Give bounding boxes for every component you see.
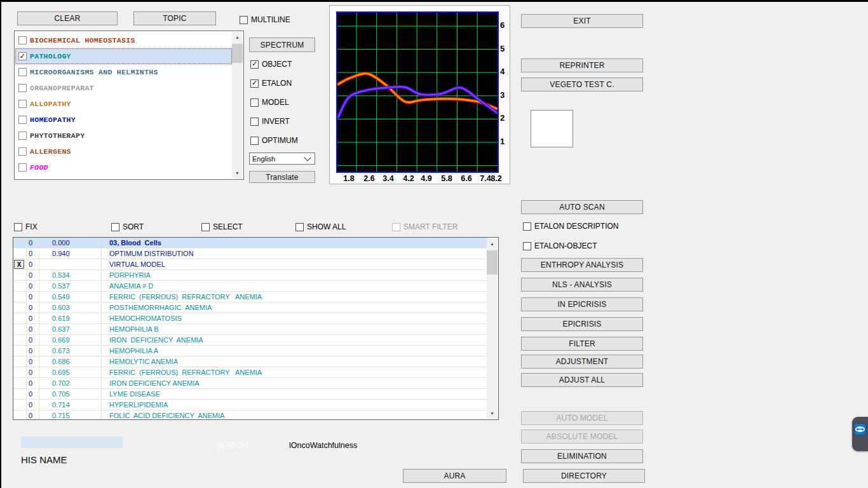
language-select[interactable]: English [249,152,315,165]
category-checkbox[interactable] [18,147,27,156]
table-scrollbar[interactable]: ▲ ▼ [487,238,498,419]
adjust-all-button[interactable]: ADJUST ALL [521,373,643,387]
row-count-cell: 0 [27,292,39,302]
table-row[interactable]: 00.637HEMOPHILIA B [13,324,487,335]
table-row[interactable]: 00.619HEMOCHROMATOSIS [13,313,487,324]
category-checkbox[interactable] [18,116,27,124]
table-row[interactable]: 00.714HYPERLIPIDEMIA [13,400,487,410]
elimination-button[interactable]: ELIMINATION [521,449,643,463]
in-epicrisis-button[interactable]: IN EPICRISIS [521,297,643,311]
table-row[interactable]: X0VIRTUAL MODEL [13,259,487,270]
adjustment-button[interactable]: ADJUSTMENT [521,355,643,369]
select-checkbox[interactable] [201,223,210,231]
table-row[interactable]: 00.534PORPHYRIA [13,270,487,281]
exit-button[interactable]: EXIT [521,14,643,28]
category-checkbox[interactable] [18,36,27,44]
aura-button[interactable]: AURA [403,469,506,483]
table-row[interactable]: 00.537ANAEMIA # D [13,281,487,292]
table-row[interactable]: 00.00003, Blood Cells [13,238,487,248]
etalon-description-checkbox[interactable] [523,222,531,231]
epicrisis-button[interactable]: EPICRISIS [521,317,643,331]
etalon-description-label: ETALON DESCRIPTION [534,222,618,231]
row-count-cell: 0 [27,378,39,388]
category-item-food[interactable]: FOOD [15,159,232,175]
row-count-cell: 0 [27,389,39,399]
show-all-checkbox[interactable] [295,223,304,231]
category-label: ORGANOPREPARAT [30,84,94,92]
scroll-down-icon[interactable]: ▼ [487,408,498,419]
show-all-label: SHOW ALL [307,222,346,231]
category-item-pathology[interactable]: PATHOLOGY [15,48,232,64]
category-item-organopreparat[interactable]: ORGANOPREPARAT [15,80,232,96]
category-item-phytotherapy[interactable]: PHYTOTHERAPY [15,128,232,144]
search-label: SEARCH [216,441,248,450]
teamviewer-tab[interactable] [852,417,868,451]
nls-analysis-button[interactable]: NLS - ANALYSIS [521,278,643,292]
table-row[interactable]: 00.702IRON DEFICIENCY ANEMIA [13,378,487,389]
auto-scan-button[interactable]: AUTO SCAN [521,200,643,214]
scroll-up-icon[interactable]: ▲ [487,238,498,249]
row-name-cell: HEMOPHILIA A [102,346,487,356]
topic-button[interactable]: TOPIC [133,11,216,25]
his-name-label: HIS NAME [21,454,67,465]
category-checkbox[interactable] [18,84,27,92]
table-row[interactable]: 00.669IRON DEFICIENCY ANEMIA [13,335,487,346]
category-checkbox[interactable] [18,163,27,172]
teamviewer-icon[interactable] [854,423,866,435]
etalon-object-checkbox[interactable] [523,242,531,250]
virtual-model-x-button[interactable]: X [14,260,24,269]
invert-checkbox[interactable] [250,118,259,126]
category-checkbox[interactable] [18,52,27,60]
row-count-cell: 0 [27,259,39,269]
optimum-checkbox[interactable] [250,137,259,145]
table-row[interactable]: 00.940OPTIMUM DISTRIBUTION [13,248,487,259]
table-row[interactable]: 00.603POSTHEMORRHAGIC ANEMIA [13,302,487,313]
clear-button[interactable]: CLEAR [17,11,118,25]
category-item-microorganisms-and-helminths[interactable]: MICROORGANISMS AND HELMINTHS [15,64,232,80]
spectrum-button[interactable]: SPECTRUM [249,37,315,52]
fix-checkbox[interactable] [14,223,22,231]
vegeto-test-button[interactable]: VEGETO TEST C. [521,78,643,92]
filter-button[interactable]: FILTER [521,337,643,351]
multiline-checkbox[interactable] [240,16,248,24]
row-value-cell: 0.000 [39,238,102,248]
category-label: BIOCHEMICAL HOMEOSTASIS [30,36,135,44]
language-value: English [252,155,275,163]
category-item-homeopathy[interactable]: HOMEOPATHY [15,112,232,128]
etalon-checkbox[interactable] [250,79,259,88]
category-label: ALLOPATHY [30,100,71,108]
window-left-edge [0,0,1,488]
scroll-thumb[interactable] [232,44,243,63]
preview-box [531,110,573,147]
row-name-cell: HYPERLIPIDEMIA [102,400,487,410]
table-row[interactable]: 00.549FERRIC (FERROUS) REFRACTORY ANEMIA [13,292,487,302]
category-item-allergens[interactable]: ALLERGENS [15,144,232,159]
y-axis-label: 6 [500,20,512,30]
enthropy-analysis-button[interactable]: ENTHROPY ANALYSIS [521,258,643,272]
name-input[interactable] [21,437,123,448]
category-scrollbar[interactable]: ▲ ▼ [232,32,243,179]
category-checkbox[interactable] [18,132,27,140]
scroll-up-icon[interactable]: ▲ [232,32,243,43]
object-checkbox[interactable] [250,60,259,69]
reprinter-button[interactable]: REPRINTER [521,58,643,72]
category-items: BIOCHEMICAL HOMEOSTASISPATHOLOGYMICROORG… [15,32,232,179]
row-name-cell: LYME DISEASE [102,389,487,399]
model-checkbox[interactable] [250,98,259,107]
row-marker-cell [13,313,27,323]
row-count-cell: 0 [27,313,39,323]
table-row[interactable]: 00.705LYME DISEASE [13,389,487,400]
table-row[interactable]: 00.715FOLIC ACID DEFICIENCY ANEMIA [13,410,487,419]
category-checkbox[interactable] [18,68,27,76]
translate-button[interactable]: Translate [249,171,315,183]
scroll-down-icon[interactable]: ▼ [232,168,243,179]
directory-button[interactable]: DIRECTORY [523,469,645,483]
category-item-allopathy[interactable]: ALLOPATHY [15,96,232,112]
sort-checkbox[interactable] [111,223,119,231]
category-item-biochemical-homeostasis[interactable]: BIOCHEMICAL HOMEOSTASIS [15,32,232,48]
table-row[interactable]: 00.673HEMOPHILIA A [13,346,487,356]
table-row[interactable]: 00.686HEMOLYTIC ANEMIA [13,356,487,367]
scroll-thumb[interactable] [487,250,498,274]
table-row[interactable]: 00.695FERRIC (FERROUS) REFRACTORY ANEMIA [13,367,487,378]
category-checkbox[interactable] [18,100,27,108]
